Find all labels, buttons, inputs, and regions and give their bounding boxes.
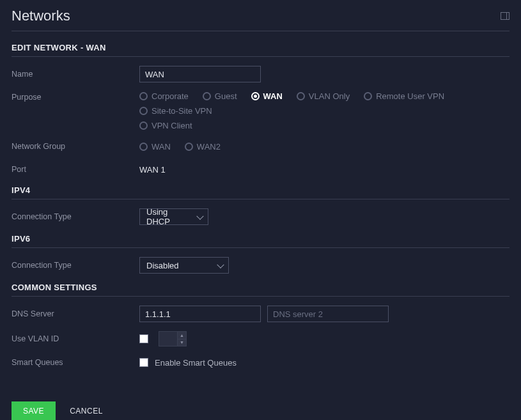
- page-title: Networks: [12, 8, 70, 24]
- radio-icon: [251, 92, 260, 100]
- cancel-button[interactable]: CANCEL: [70, 407, 103, 416]
- save-button[interactable]: SAVE: [12, 401, 56, 420]
- ipv4-connection-type-select[interactable]: Using DHCP: [139, 208, 208, 225]
- name-input[interactable]: [139, 66, 261, 82]
- stepper-up-icon[interactable]: ▲: [178, 332, 186, 339]
- purpose-radio-vlan-only[interactable]: VLAN Only: [297, 91, 350, 101]
- purpose-radio-site-to-site-vpn[interactable]: Site-to-Site VPN: [139, 106, 212, 116]
- smart-queues-checkbox-label: Enable Smart Queues: [155, 358, 237, 368]
- page-header: Networks: [12, 8, 509, 31]
- port-label: Port: [12, 165, 139, 174]
- purpose-radio-group: Corporate Guest WAN VLAN Only Remote Use…: [139, 91, 509, 130]
- dns-server-label: DNS Server: [12, 309, 139, 318]
- purpose-radio-vpn-client[interactable]: VPN Client: [139, 121, 509, 130]
- network-group-label: Network Group: [12, 142, 139, 151]
- name-label: Name: [12, 70, 139, 79]
- radio-icon: [139, 121, 148, 130]
- vlan-id-stepper[interactable]: ▲ ▼: [159, 331, 187, 346]
- network-group-radio-wan[interactable]: WAN: [139, 142, 171, 152]
- stepper-down-icon[interactable]: ▼: [178, 339, 186, 346]
- smart-queues-label: Smart Queues: [12, 358, 139, 367]
- dns-server-2-input[interactable]: [267, 306, 389, 322]
- dns-server-1-input[interactable]: [139, 306, 261, 322]
- purpose-radio-corporate[interactable]: Corporate: [139, 91, 189, 101]
- radio-icon: [203, 92, 211, 100]
- radio-icon: [139, 92, 148, 100]
- chevron-down-icon: [196, 213, 203, 220]
- section-title-edit: EDIT NETWORK - WAN: [12, 43, 509, 57]
- port-value: WAN 1: [139, 165, 166, 175]
- purpose-label: Purpose: [12, 91, 139, 102]
- use-vlan-id-checkbox[interactable]: [139, 334, 148, 343]
- ipv6-connection-type-label: Connection Type: [12, 261, 139, 270]
- panel-layout-icon[interactable]: [501, 12, 509, 20]
- ipv4-connection-type-label: Connection Type: [12, 212, 139, 221]
- radio-icon: [185, 143, 193, 151]
- section-title-ipv6: IPV6: [12, 234, 509, 248]
- chevron-down-icon: [217, 261, 224, 268]
- network-group-radio-group: WAN WAN2: [139, 142, 509, 152]
- radio-icon: [139, 143, 148, 151]
- purpose-radio-remote-user-vpn[interactable]: Remote User VPN: [364, 91, 444, 101]
- use-vlan-id-label: Use VLAN ID: [12, 334, 139, 343]
- purpose-radio-guest[interactable]: Guest: [203, 91, 237, 101]
- radio-icon: [297, 92, 305, 100]
- radio-icon: [139, 107, 148, 115]
- section-title-common: COMMON SETTINGS: [12, 283, 509, 297]
- vlan-id-value[interactable]: [159, 331, 178, 346]
- smart-queues-checkbox[interactable]: [139, 358, 148, 367]
- radio-icon: [364, 92, 372, 100]
- ipv6-connection-type-select[interactable]: Disabled: [139, 257, 229, 274]
- section-title-ipv4: IPV4: [12, 185, 509, 199]
- purpose-radio-wan[interactable]: WAN: [251, 91, 283, 101]
- network-group-radio-wan2[interactable]: WAN2: [185, 142, 221, 152]
